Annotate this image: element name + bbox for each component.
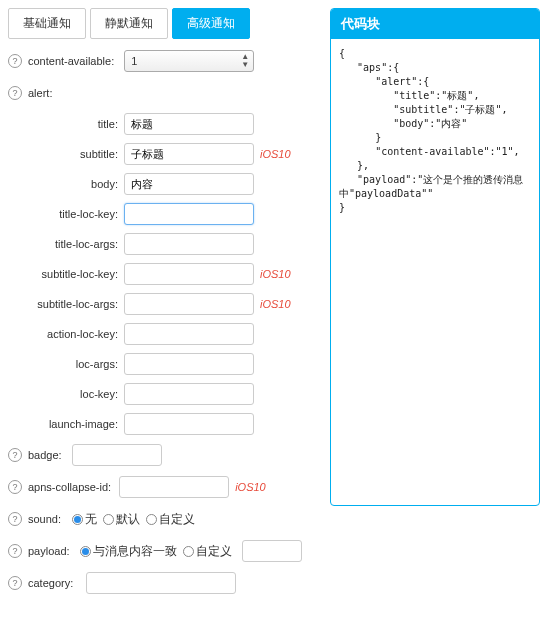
category-input[interactable] <box>86 572 236 594</box>
loc-key-label: loc-key: <box>28 388 118 400</box>
radio-icon[interactable] <box>80 546 91 557</box>
content-available-label: content-available: <box>28 55 114 67</box>
badge-label: badge: <box>28 449 68 461</box>
alert-label: alert: <box>28 87 52 99</box>
sound-radio-group: 无 默认 自定义 <box>72 511 199 528</box>
payload-input[interactable] <box>242 540 302 562</box>
subtitle-loc-args-input[interactable] <box>124 293 254 315</box>
title-input[interactable] <box>124 113 254 135</box>
loc-args-label: loc-args: <box>28 358 118 370</box>
title-loc-key-input[interactable] <box>124 203 254 225</box>
title-loc-key-label: title-loc-key: <box>28 208 118 220</box>
tab-advanced[interactable]: 高级通知 <box>172 8 250 39</box>
content-available-select[interactable]: 1 ▲▼ <box>124 50 254 72</box>
radio-icon[interactable] <box>146 514 157 525</box>
subtitle-loc-key-label: subtitle-loc-key: <box>28 268 118 280</box>
help-icon[interactable]: ? <box>8 512 22 526</box>
content-available-value: 1 <box>131 55 137 67</box>
help-icon[interactable]: ? <box>8 576 22 590</box>
launch-image-label: launch-image: <box>28 418 118 430</box>
category-label: category: <box>28 577 82 589</box>
code-panel-wrap: 代码块 { "aps":{ "alert":{ "title":"标题", "s… <box>330 8 540 603</box>
code-panel: 代码块 { "aps":{ "alert":{ "title":"标题", "s… <box>330 8 540 506</box>
loc-key-input[interactable] <box>124 383 254 405</box>
ios-badge: iOS10 <box>260 298 291 310</box>
help-icon[interactable]: ? <box>8 544 22 558</box>
tabs: 基础通知 静默通知 高级通知 <box>8 8 318 39</box>
form-panel: 基础通知 静默通知 高级通知 ? content-available: 1 ▲▼… <box>8 8 318 603</box>
subtitle-loc-key-input[interactable] <box>124 263 254 285</box>
tab-silent[interactable]: 静默通知 <box>90 8 168 39</box>
subtitle-loc-args-label: subtitle-loc-args: <box>28 298 118 310</box>
chevron-updown-icon: ▲▼ <box>241 53 249 69</box>
body-label: body: <box>28 178 118 190</box>
ios-badge: iOS10 <box>260 268 291 280</box>
payload-opt-0[interactable]: 与消息内容一致 <box>93 543 177 560</box>
tab-basic[interactable]: 基础通知 <box>8 8 86 39</box>
radio-icon[interactable] <box>72 514 83 525</box>
payload-radio-group: 与消息内容一致 自定义 <box>80 543 236 560</box>
payload-label: payload: <box>28 545 76 557</box>
ios-badge: iOS10 <box>235 481 266 493</box>
radio-icon[interactable] <box>183 546 194 557</box>
help-icon[interactable]: ? <box>8 54 22 68</box>
badge-input[interactable] <box>72 444 162 466</box>
apns-collapse-id-label: apns-collapse-id: <box>28 481 111 493</box>
action-loc-key-input[interactable] <box>124 323 254 345</box>
apns-collapse-id-input[interactable] <box>119 476 229 498</box>
sound-opt-2[interactable]: 自定义 <box>159 511 195 528</box>
loc-args-input[interactable] <box>124 353 254 375</box>
payload-opt-1[interactable]: 自定义 <box>196 543 232 560</box>
code-panel-title: 代码块 <box>331 9 539 39</box>
help-icon[interactable]: ? <box>8 86 22 100</box>
action-loc-key-label: action-loc-key: <box>28 328 118 340</box>
sound-opt-1[interactable]: 默认 <box>116 511 140 528</box>
launch-image-input[interactable] <box>124 413 254 435</box>
code-body: { "aps":{ "alert":{ "title":"标题", "subti… <box>331 39 539 223</box>
ios-badge: iOS10 <box>260 148 291 160</box>
subtitle-input[interactable] <box>124 143 254 165</box>
title-loc-args-input[interactable] <box>124 233 254 255</box>
body-input[interactable] <box>124 173 254 195</box>
help-icon[interactable]: ? <box>8 480 22 494</box>
title-loc-args-label: title-loc-args: <box>28 238 118 250</box>
subtitle-label: subtitle: <box>28 148 118 160</box>
sound-opt-0[interactable]: 无 <box>85 511 97 528</box>
title-label: title: <box>28 118 118 130</box>
radio-icon[interactable] <box>103 514 114 525</box>
sound-label: sound: <box>28 513 68 525</box>
alert-fields: title: subtitle: iOS10 body: title-loc-k… <box>28 113 318 435</box>
help-icon[interactable]: ? <box>8 448 22 462</box>
